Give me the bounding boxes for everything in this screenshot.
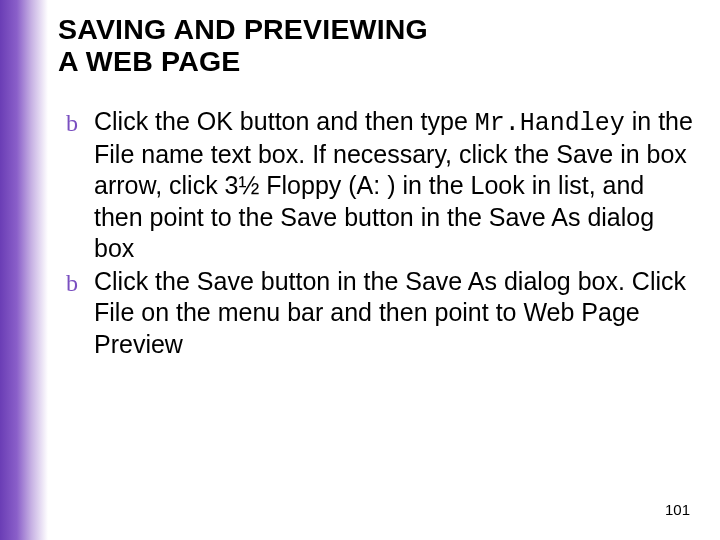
slide-content: SAVING AND PREVIEWING A WEB PAGE b Click… [58,14,696,364]
title-line-2: A WEB PAGE [58,45,241,77]
bullet-list: b Click the OK button and then type Mr.H… [66,106,696,362]
bullet-text-pre: Click the OK button and then type [94,107,475,135]
title-line-1: SAVING AND PREVIEWING [58,13,428,45]
bullet-icon: b [66,108,78,138]
bullet-icon: b [66,268,78,298]
bullet-text-pre: Click the Save button in the Save As dia… [94,267,686,358]
page-number: 101 [665,501,690,518]
slide-title: SAVING AND PREVIEWING A WEB PAGE [58,14,696,78]
list-item: b Click the Save button in the Save As d… [66,266,696,362]
list-item: b Click the OK button and then type Mr.H… [66,106,696,264]
bullet-code: Mr.Handley [475,109,625,138]
side-gradient [0,0,48,540]
